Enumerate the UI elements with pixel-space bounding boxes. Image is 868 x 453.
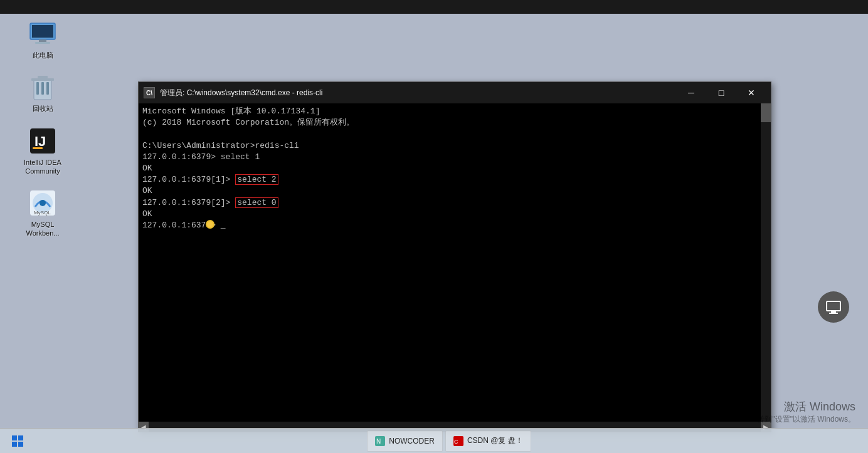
- desktop-icons: 此电脑 回收站 IJ: [18, 19, 68, 238]
- computer-icon-label: 此电脑: [33, 51, 53, 60]
- monitor-icon: [28, 19, 58, 49]
- svg-text:N: N: [376, 438, 381, 445]
- desktop-icon-intellij[interactable]: IJ IntelliJ IDEA Community: [18, 126, 68, 176]
- desktop-icon-recycle[interactable]: 回收站: [18, 72, 68, 113]
- svg-rect-17: [827, 301, 840, 311]
- svg-rect-9: [38, 76, 48, 78]
- svg-rect-18: [831, 311, 836, 313]
- recycle-icon: [28, 72, 58, 102]
- activate-windows-title: 激活 Windows: [757, 399, 855, 414]
- svg-rect-12: [33, 147, 43, 149]
- taskbar: N NOWCODER C CSDN @复 盘！: [0, 428, 868, 453]
- desktop-icon-computer[interactable]: 此电脑: [18, 19, 68, 60]
- close-button[interactable]: ✕: [737, 82, 766, 103]
- taskbar-csdn-label: CSDN @复 盘！: [467, 435, 523, 446]
- mysql-icon-label: MySQL Workben...: [18, 220, 68, 238]
- idea-icon: IJ: [28, 126, 58, 156]
- recycle-icon-label: 回收站: [33, 104, 53, 113]
- taskbar-start[interactable]: [5, 430, 30, 452]
- activate-windows-text: 激活 Windows 转到"设置"以激活 Windows。: [757, 399, 855, 425]
- svg-rect-1: [32, 25, 53, 38]
- cmd-scrollbar[interactable]: [761, 103, 771, 422]
- taskbar-nowcoder[interactable]: N NOWCODER: [367, 430, 443, 452]
- taskbar-csdn[interactable]: C CSDN @复 盘！: [445, 430, 531, 452]
- svg-rect-3: [35, 42, 50, 44]
- cmd-content[interactable]: Microsoft Windows [版本 10.0.17134.1] (c) …: [139, 103, 771, 422]
- maximize-button[interactable]: □: [707, 82, 736, 103]
- activate-windows-sub: 转到"设置"以激活 Windows。: [757, 414, 855, 425]
- cmd-window: C\ 管理员: C:\windows\system32\cmd.exe - re…: [138, 81, 771, 432]
- svg-rect-8: [31, 78, 54, 81]
- svg-point-15: [40, 200, 46, 206]
- svg-rect-7: [46, 82, 49, 95]
- cmd-scrollbar-thumb[interactable]: [761, 103, 771, 122]
- taskbar-nowcoder-label: NOWCODER: [389, 437, 435, 445]
- svg-rect-19: [829, 313, 838, 314]
- desktop-icon-mysql[interactable]: MySQL MySQL Workben...: [18, 188, 68, 238]
- top-bar: [0, 0, 868, 14]
- terminal-output: Microsoft Windows [版本 10.0.17134.1] (c) …: [142, 106, 767, 231]
- cmd-window-title: 管理员: C:\windows\system32\cmd.exe - redis…: [160, 88, 677, 98]
- svg-rect-22: [12, 442, 17, 447]
- cmd-titlebar: C\ 管理员: C:\windows\system32\cmd.exe - re…: [139, 82, 771, 103]
- mysql-icon: MySQL: [28, 188, 58, 218]
- idea-icon-label: IntelliJ IDEA Community: [18, 158, 68, 176]
- desktop: 此电脑 回收站 IJ: [0, 0, 868, 453]
- svg-rect-23: [18, 442, 23, 447]
- screen-mode-button[interactable]: [818, 291, 849, 323]
- svg-rect-5: [36, 82, 39, 95]
- svg-text:IJ: IJ: [34, 133, 46, 149]
- taskbar-center: N NOWCODER C CSDN @复 盘！: [35, 430, 863, 452]
- cmd-window-controls: ─ □ ✕: [677, 82, 766, 103]
- svg-rect-20: [12, 435, 17, 440]
- svg-rect-21: [18, 435, 23, 440]
- svg-text:MySQL: MySQL: [34, 210, 51, 216]
- svg-rect-2: [39, 39, 46, 42]
- cmd-window-icon: C\: [144, 87, 155, 98]
- minimize-button[interactable]: ─: [677, 82, 706, 103]
- svg-text:C: C: [454, 439, 458, 445]
- svg-rect-6: [41, 82, 44, 95]
